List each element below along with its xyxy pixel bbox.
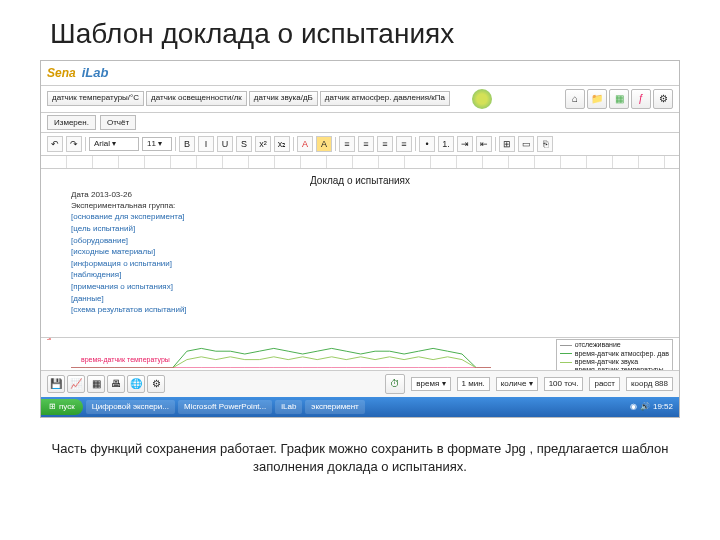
sensor-temperature[interactable]: датчик температуры/°С (47, 91, 144, 106)
chart-inline-label: время-датчик температуры (81, 356, 170, 364)
doc-field-materials[interactable]: [исходные материалы] (71, 247, 649, 257)
count-value[interactable]: 100 точ. (544, 377, 584, 391)
gear-icon[interactable]: ⚙ (147, 375, 165, 393)
align-left-button[interactable]: ≡ (339, 136, 355, 152)
doc-field-data[interactable]: [данные] (71, 294, 649, 304)
document-area[interactable]: Доклад о испытаниях Дата 2013-03-26 Эксп… (41, 169, 679, 337)
italic-button[interactable]: I (198, 136, 214, 152)
print-icon[interactable]: 🖶 (107, 375, 125, 393)
document-heading: Доклад о испытаниях (71, 175, 649, 187)
font-name-select[interactable]: Arial ▾ (89, 137, 139, 151)
underline-button[interactable]: U (217, 136, 233, 152)
outdent-button[interactable]: ⇤ (476, 136, 492, 152)
font-size-select[interactable]: 11 ▾ (142, 137, 172, 151)
align-justify-button[interactable]: ≡ (396, 136, 412, 152)
tab-row: Измерен. Отчёт (41, 113, 679, 134)
system-tray[interactable]: ◉ 🔊 19:52 (624, 400, 679, 414)
taskbar-item-3[interactable]: iLab (275, 400, 302, 414)
brand-ilab: iLab (82, 65, 109, 81)
doc-field-basis[interactable]: [основание для эксперимента] (71, 212, 649, 222)
time-label[interactable]: время ▾ (411, 377, 450, 391)
chart-y-axis-label: ия атмосф (45, 337, 53, 340)
doc-field-schema[interactable]: [схема результатов испытаний] (71, 305, 649, 315)
doc-field-equipment[interactable]: [оборудование] (71, 236, 649, 246)
sensor-light[interactable]: датчик освещенности/лк (146, 91, 247, 106)
tray-icon[interactable]: ◉ (630, 402, 637, 412)
sensor-bar: датчик температуры/°С датчик освещенност… (41, 86, 679, 113)
tab-measure[interactable]: Измерен. (47, 115, 96, 131)
slide-title: Шаблон доклада о испытаниях (50, 18, 720, 50)
app-header: Sena iLab (41, 61, 679, 86)
time-mode-icon[interactable]: ⏱ (385, 374, 405, 394)
indent-button[interactable]: ⇥ (457, 136, 473, 152)
time-unit[interactable]: 1 мин. (457, 377, 490, 391)
status-bar: 💾 📈 ▦ 🖶 🌐 ⚙ ⏱ время ▾ 1 мин. количе ▾ 10… (41, 370, 679, 397)
doc-group: Экспериментальная группа: (71, 201, 649, 211)
taskbar-item-4[interactable]: эксперимент (305, 400, 364, 414)
table-button[interactable]: ⊞ (499, 136, 515, 152)
distance-label[interactable]: расст (589, 377, 620, 391)
numbers-button[interactable]: 1. (438, 136, 454, 152)
world-icon[interactable]: 🌐 (127, 375, 145, 393)
editor-toolbar: ↶ ↷ Arial ▾ 11 ▾ B I U S x² x₂ A A ≡ ≡ ≡… (41, 133, 679, 156)
bullets-button[interactable]: • (419, 136, 435, 152)
align-right-button[interactable]: ≡ (377, 136, 393, 152)
copy-button[interactable]: ⎘ (537, 136, 553, 152)
tray-clock: 19:52 (653, 402, 673, 412)
highlight-button[interactable]: A (316, 136, 332, 152)
count-label[interactable]: количе ▾ (496, 377, 538, 391)
image-icon[interactable]: ▦ (609, 89, 629, 109)
strike-button[interactable]: S (236, 136, 252, 152)
redo-button[interactable]: ↷ (66, 136, 82, 152)
tray-icon[interactable]: 🔊 (640, 402, 650, 412)
align-center-button[interactable]: ≡ (358, 136, 374, 152)
fx-icon[interactable]: ƒ (631, 89, 651, 109)
bold-button[interactable]: B (179, 136, 195, 152)
color-button[interactable]: A (297, 136, 313, 152)
coord-label: коорд 888 (626, 377, 673, 391)
undo-button[interactable]: ↶ (47, 136, 63, 152)
table-icon[interactable]: ▦ (87, 375, 105, 393)
taskbar-item-1[interactable]: Цифровой экспери... (86, 400, 175, 414)
ruler (41, 156, 679, 169)
windows-taskbar: ⊞пуск Цифровой экспери... Microsoft Powe… (41, 397, 679, 417)
taskbar-item-2[interactable]: Microsoft PowerPoint... (178, 400, 272, 414)
image-button[interactable]: ▭ (518, 136, 534, 152)
slide-caption: Часть функций сохранения работает. Графи… (50, 440, 670, 476)
tab-report[interactable]: Отчёт (100, 115, 136, 131)
brand-sena: Sena (47, 66, 76, 80)
chart-preview[interactable]: ия атмосф время-датчик температуры отсле… (41, 337, 679, 370)
home-icon[interactable]: ⌂ (565, 89, 585, 109)
sensor-sound[interactable]: датчик звука/дБ (249, 91, 318, 106)
settings-icon[interactable]: ⚙ (653, 89, 673, 109)
subscript-button[interactable]: x₂ (274, 136, 290, 152)
chart-icon[interactable]: 📈 (67, 375, 85, 393)
superscript-button[interactable]: x² (255, 136, 271, 152)
chart-legend: отслеживание время-датчик атмосфер. дав … (556, 339, 673, 370)
doc-field-observations[interactable]: [наблюдения] (71, 270, 649, 280)
ilab-app-window: Sena iLab датчик температуры/°С датчик о… (40, 60, 680, 418)
doc-field-notes[interactable]: [примечания о испытаниях] (71, 282, 649, 292)
save-icon[interactable]: 💾 (47, 375, 65, 393)
folder-icon[interactable]: 📁 (587, 89, 607, 109)
doc-field-goal[interactable]: [цель испытаний] (71, 224, 649, 234)
header-actions: ⌂ 📁 ▦ ƒ ⚙ (565, 89, 673, 109)
doc-date: Дата 2013-03-26 (71, 190, 649, 200)
flower-icon (472, 89, 492, 109)
start-button[interactable]: ⊞пуск (41, 399, 83, 415)
doc-field-info[interactable]: [информация о испытании] (71, 259, 649, 269)
sensor-pressure[interactable]: датчик атмосфер. давления/кПа (320, 91, 450, 106)
